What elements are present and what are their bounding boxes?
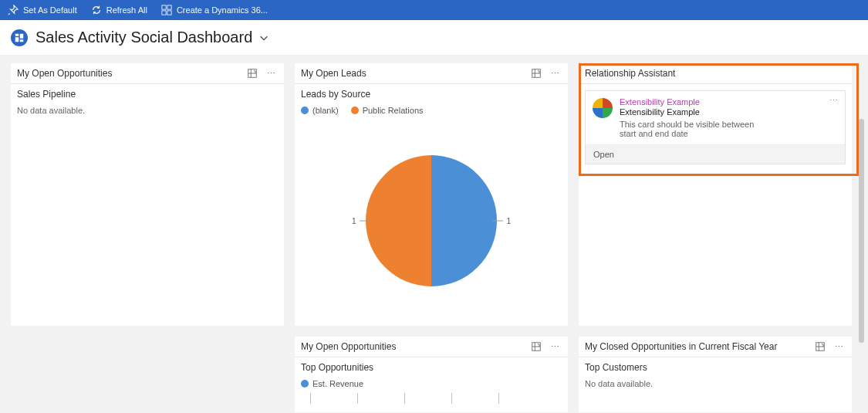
panel-title: My Open Opportunities: [17, 68, 247, 79]
cmd-label: Refresh All: [106, 5, 147, 15]
panel-header: Relationship Assistant: [579, 63, 852, 84]
panel-subtitle: Sales Pipeline: [11, 84, 284, 103]
no-data-text: No data available.: [579, 376, 852, 391]
panel-header: My Open Opportunities ⋯: [295, 337, 568, 357]
insight-card: Extensibility Example Extensibility Exam…: [585, 90, 846, 164]
panel-open-opportunities: My Open Opportunities ⋯ Sales Pipeline N…: [11, 63, 284, 326]
panel-title: My Closed Opportunities in Current Fisca…: [585, 341, 815, 352]
pin-icon: [8, 5, 19, 15]
panel-relationship-assistant: Relationship Assistant: [579, 63, 852, 326]
panel-header: My Open Leads ⋯: [295, 63, 568, 84]
legend-item-pr: Public Relations: [351, 106, 424, 115]
pie-value: 1: [506, 216, 511, 225]
svg-rect-7: [20, 39, 24, 42]
scrollbar-thumb[interactable]: [859, 119, 864, 343]
card-subtitle: Extensibility Example: [620, 107, 766, 117]
card-top: Extensibility Example Extensibility Exam…: [586, 91, 845, 144]
chart-legend: Est. Revenue: [295, 376, 568, 388]
command-bar: Set As Default Refresh All Create a Dyna…: [0, 0, 868, 20]
panel-subtitle: Top Opportunities: [295, 357, 568, 376]
title-row: Sales Activity Social Dashboard: [0, 20, 868, 56]
chevron-down-icon: [258, 32, 269, 43]
panel-more[interactable]: ⋯: [833, 342, 846, 352]
cmd-label: Set As Default: [23, 5, 77, 15]
panel-open-opportunities-2: My Open Opportunities ⋯ Top Opportunitie…: [295, 337, 568, 412]
svg-rect-6: [20, 33, 24, 38]
expand-icon[interactable]: [531, 68, 542, 79]
app-icon: [11, 29, 28, 46]
panel-subtitle: Leads by Source: [295, 84, 568, 103]
panel-closed-opportunities: My Closed Opportunities in Current Fisca…: [579, 337, 852, 412]
dashboard-icon: [15, 33, 24, 42]
panel-header: My Closed Opportunities in Current Fisca…: [579, 337, 852, 357]
panel-more[interactable]: ⋯: [549, 69, 562, 79]
pie-data-label-left: 1: [352, 216, 370, 225]
cmd-label: Create a Dynamics 36...: [177, 5, 268, 15]
page-title: Sales Activity Social Dashboard: [35, 29, 252, 46]
svg-rect-1: [167, 5, 171, 9]
card-icon: [592, 97, 613, 119]
tick-line: [360, 220, 370, 221]
legend-swatch: [351, 107, 359, 114]
panel-title: Relationship Assistant: [585, 68, 846, 79]
panel-header: My Open Opportunities ⋯: [11, 63, 284, 84]
expand-icon[interactable]: [815, 341, 826, 352]
pie-value: 1: [352, 216, 356, 225]
svg-rect-2: [162, 11, 166, 15]
pie-data-label-right: 1: [492, 216, 511, 225]
svg-rect-5: [15, 37, 19, 42]
svg-rect-0: [162, 5, 166, 9]
set-as-default-button[interactable]: Set As Default: [8, 5, 77, 15]
legend-item-blank: (blank): [301, 106, 339, 115]
panel-subtitle: Top Customers: [579, 357, 852, 376]
legend-swatch: [301, 107, 309, 114]
svg-rect-4: [15, 33, 19, 36]
refresh-all-button[interactable]: Refresh All: [91, 5, 147, 15]
create-template-button[interactable]: Create a Dynamics 36...: [161, 5, 268, 15]
pie: [366, 155, 497, 286]
panel-more[interactable]: ⋯: [549, 342, 562, 352]
card-open-button[interactable]: Open: [586, 144, 845, 164]
card-body: This card should be visible between star…: [620, 120, 766, 138]
svg-rect-3: [167, 11, 171, 15]
panel-open-leads: My Open Leads ⋯ Leads by Source (blank) …: [295, 63, 568, 326]
legend-label: Public Relations: [363, 106, 424, 115]
panel-title: My Open Opportunities: [301, 341, 531, 352]
card-more[interactable]: ⋯: [829, 96, 839, 106]
expand-icon[interactable]: [531, 341, 542, 352]
no-data-text: No data available.: [11, 103, 284, 118]
template-icon: [161, 5, 172, 15]
dashboard-body: My Open Opportunities ⋯ Sales Pipeline N…: [0, 56, 868, 413]
legend-label: (blank): [312, 106, 339, 115]
pie-chart: 1 1: [295, 115, 568, 326]
dashboard-switcher[interactable]: [258, 32, 269, 43]
legend-label: Est. Revenue: [312, 379, 363, 388]
panel-title: My Open Leads: [301, 68, 531, 79]
expand-icon[interactable]: [247, 68, 258, 79]
legend-item: Est. Revenue: [301, 379, 363, 388]
refresh-icon: [91, 5, 102, 15]
tick-line: [492, 220, 503, 221]
scrollbar[interactable]: [859, 119, 864, 374]
panel-more[interactable]: ⋯: [265, 69, 278, 79]
bar-chart-skeleton: [295, 388, 568, 408]
legend-swatch: [301, 380, 309, 388]
chart-legend: (blank) Public Relations: [295, 103, 568, 115]
card-link[interactable]: Extensibility Example: [620, 97, 766, 107]
